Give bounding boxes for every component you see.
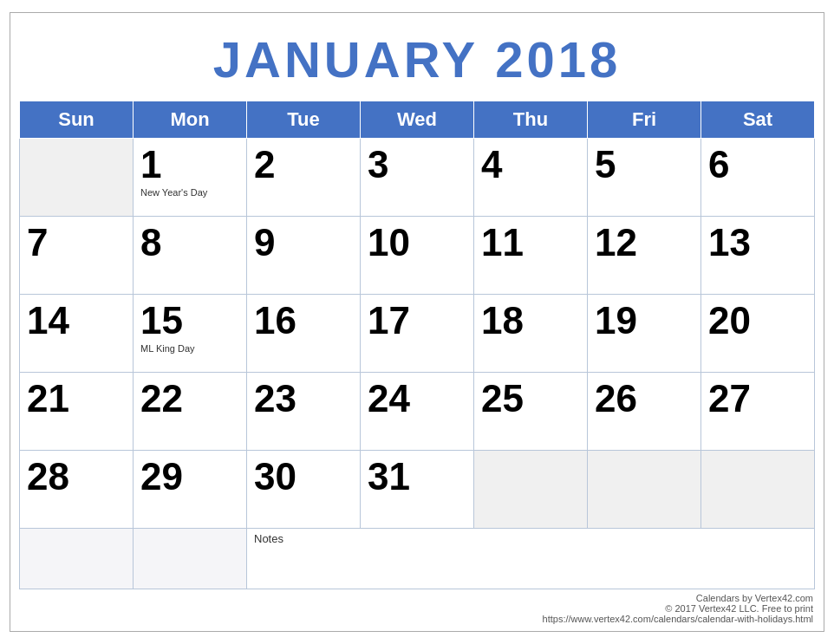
header-cell-sat: Sat xyxy=(701,101,815,139)
day-number: 14 xyxy=(27,300,126,342)
day-number: 29 xyxy=(140,456,239,498)
day-number: 27 xyxy=(708,378,807,420)
day-cell: 17 xyxy=(361,295,474,373)
notes-cell: Notes xyxy=(247,529,815,589)
day-cell: 27 xyxy=(701,373,815,451)
day-cell xyxy=(20,139,134,217)
header-cell-tue: Tue xyxy=(247,101,361,139)
day-cell: 21 xyxy=(20,373,134,451)
day-number: 2 xyxy=(254,144,353,185)
day-cell xyxy=(474,451,588,529)
day-number: 12 xyxy=(595,222,694,263)
header-cell-thu: Thu xyxy=(474,101,588,139)
day-number: 30 xyxy=(254,456,353,498)
day-number: 15 xyxy=(140,300,239,342)
day-cell: 14 xyxy=(20,295,134,373)
day-number: 26 xyxy=(595,378,694,420)
day-cell: 6 xyxy=(701,139,815,217)
day-number: 5 xyxy=(595,144,694,185)
calendar-container: JANUARY 2018 SunMonTueWedThuFriSat 1New … xyxy=(10,12,824,632)
header-cell-sun: Sun xyxy=(20,101,134,139)
day-cell: 3 xyxy=(361,139,474,217)
notes-empty-cell xyxy=(134,529,247,589)
day-cell: 18 xyxy=(474,295,588,373)
day-number: 19 xyxy=(595,300,694,342)
week-row-1: 1New Year's Day23456 xyxy=(20,139,815,217)
header-row: SunMonTueWedThuFriSat xyxy=(20,101,815,139)
week-row-3: 1415ML King Day1617181920 xyxy=(20,295,815,373)
day-cell xyxy=(588,451,701,529)
day-number: 8 xyxy=(140,222,239,263)
day-number: 10 xyxy=(368,222,466,263)
day-number: 1 xyxy=(140,144,239,185)
day-number: 9 xyxy=(254,222,353,263)
header-cell-wed: Wed xyxy=(361,101,474,139)
day-cell: 30 xyxy=(247,451,361,529)
day-cell: 29 xyxy=(134,451,247,529)
day-number: 17 xyxy=(368,300,466,342)
day-number: 22 xyxy=(140,378,239,420)
day-cell: 11 xyxy=(474,217,588,295)
day-cell: 5 xyxy=(588,139,701,217)
week-row-2: 78910111213 xyxy=(20,217,815,295)
day-cell: 22 xyxy=(134,373,247,451)
calendar-title: JANUARY 2018 xyxy=(19,22,815,101)
day-number: 13 xyxy=(708,222,807,263)
day-number: 25 xyxy=(481,378,580,420)
week-row-5: 28293031 xyxy=(20,451,815,529)
header-cell-fri: Fri xyxy=(588,101,701,139)
day-cell: 19 xyxy=(588,295,701,373)
day-number: 4 xyxy=(481,144,580,185)
day-cell: 16 xyxy=(247,295,361,373)
day-cell: 9 xyxy=(247,217,361,295)
day-number: 24 xyxy=(368,378,466,420)
footer-line3: https://www.vertex42.com/calendars/calen… xyxy=(19,614,813,624)
day-cell: 20 xyxy=(701,295,815,373)
day-number: 6 xyxy=(708,144,807,185)
day-number: 7 xyxy=(27,222,126,263)
day-number: 31 xyxy=(368,456,466,498)
holiday-label: ML King Day xyxy=(140,343,239,354)
day-number: 21 xyxy=(27,378,126,420)
week-row-4: 21222324252627 xyxy=(20,373,815,451)
day-cell: 23 xyxy=(247,373,361,451)
day-cell: 12 xyxy=(588,217,701,295)
holiday-label: New Year's Day xyxy=(140,187,239,198)
day-number: 23 xyxy=(254,378,353,420)
day-cell: 8 xyxy=(134,217,247,295)
day-number: 28 xyxy=(27,456,126,498)
day-number: 16 xyxy=(254,300,353,342)
day-number: 3 xyxy=(368,144,466,185)
notes-row: Notes xyxy=(20,529,815,589)
footer-line2: © 2017 Vertex42 LLC. Free to print xyxy=(19,603,813,614)
day-cell: 31 xyxy=(361,451,474,529)
day-number: 11 xyxy=(481,222,580,263)
day-cell: 10 xyxy=(361,217,474,295)
day-cell: 2 xyxy=(247,139,361,217)
calendar-footer: Calendars by Vertex42.com © 2017 Vertex4… xyxy=(19,589,815,626)
day-number: 20 xyxy=(708,300,807,342)
footer-line1: Calendars by Vertex42.com xyxy=(19,593,813,603)
day-cell: 1New Year's Day xyxy=(134,139,247,217)
notes-empty-cell xyxy=(20,529,134,589)
calendar-table: SunMonTueWedThuFriSat 1New Year's Day234… xyxy=(19,101,815,589)
day-cell: 28 xyxy=(20,451,134,529)
day-cell: 4 xyxy=(474,139,588,217)
day-cell: 13 xyxy=(701,217,815,295)
notes-label-text: Notes xyxy=(254,532,807,545)
day-cell: 15ML King Day xyxy=(134,295,247,373)
header-cell-mon: Mon xyxy=(134,101,247,139)
day-cell: 26 xyxy=(588,373,701,451)
day-cell: 7 xyxy=(20,217,134,295)
day-number: 18 xyxy=(481,300,580,342)
day-cell: 24 xyxy=(361,373,474,451)
day-cell: 25 xyxy=(474,373,588,451)
day-cell xyxy=(701,451,815,529)
